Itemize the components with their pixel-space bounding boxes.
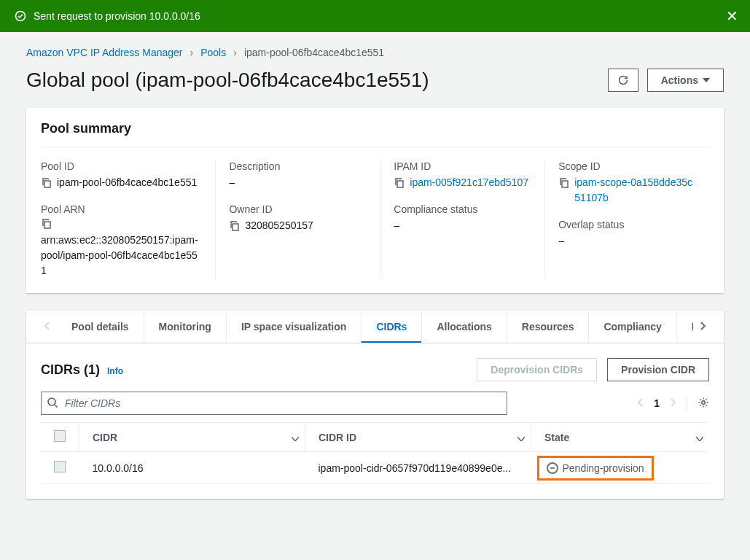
pool-summary-panel: Pool summary Pool ID ipam-pool-06fb4cace…: [26, 108, 724, 293]
svg-rect-1: [44, 181, 50, 187]
copy-icon[interactable]: [558, 177, 570, 189]
cidrs-heading: CIDRs (1): [41, 362, 100, 378]
chevron-left-icon: [44, 321, 51, 331]
page-title: Global pool (ipam-pool-06fb4cace4bc1e551…: [26, 69, 429, 92]
tab-overflow[interactable]: Reso: [676, 311, 693, 343]
cidrs-table: CIDR CIDR ID State 10.0.0.0/16 ipam-pool…: [41, 422, 709, 484]
ipam-id-link[interactable]: ipam-005f921c17ebd5107: [410, 175, 528, 190]
tabs-scroll-right[interactable]: [693, 314, 712, 341]
table-settings-button[interactable]: [687, 397, 709, 411]
owner-id-label: Owner ID: [229, 203, 367, 215]
page-prev: [637, 396, 644, 411]
deprovision-cidrs-button: Deprovision CIDRs: [477, 358, 597, 381]
breadcrumb: Amazon VPC IP Address Manager › Pools › …: [26, 47, 724, 58]
sort-icon[interactable]: [517, 432, 525, 443]
pool-arn-label: Pool ARN: [41, 203, 202, 215]
scope-id-label: Scope ID: [558, 160, 696, 172]
svg-point-7: [702, 400, 705, 403]
copy-icon[interactable]: [41, 218, 52, 230]
svg-rect-4: [397, 181, 403, 187]
chevron-right-icon: [699, 321, 706, 331]
copy-icon[interactable]: [229, 220, 241, 232]
refresh-button[interactable]: [608, 69, 638, 92]
actions-label: Actions: [661, 74, 698, 86]
page-next: [670, 396, 676, 411]
refresh-icon: [617, 74, 629, 86]
owner-id-value: 320805250157: [245, 218, 313, 233]
breadcrumb-current: ipam-pool-06fb4cace4bc1e551: [244, 47, 384, 58]
flash-banner: Sent request to provision 10.0.0.0/16 ✕: [0, 0, 750, 32]
actions-dropdown-button[interactable]: Actions: [647, 69, 724, 92]
overlap-status-value: –: [558, 233, 564, 249]
col-cidr-id: CIDR ID: [319, 432, 356, 443]
caret-down-icon: [703, 78, 710, 82]
pool-summary-heading: Pool summary: [26, 108, 724, 147]
row-state: Pending-provision: [563, 462, 644, 474]
overlap-status-label: Overlap status: [558, 219, 696, 230]
pending-icon: •••: [547, 462, 558, 474]
col-cidr: CIDR: [93, 432, 117, 443]
row-checkbox: [54, 461, 66, 472]
flash-close-icon[interactable]: ✕: [726, 9, 738, 23]
ipam-id-label: IPAM ID: [394, 160, 531, 172]
breadcrumb-root[interactable]: Amazon VPC IP Address Manager: [26, 47, 183, 58]
chevron-right-icon: ›: [233, 47, 237, 58]
tab-compliancy[interactable]: Compliancy: [588, 311, 676, 343]
flash-message: Sent request to provision 10.0.0.0/16: [34, 10, 200, 22]
chevron-right-icon: ›: [190, 47, 194, 58]
pool-arn-value: arn:aws:ec2::320805250157:ipam-pool/ipam…: [41, 234, 198, 276]
svg-rect-5: [562, 181, 568, 187]
filter-cidrs-input[interactable]: [41, 392, 507, 415]
pool-id-value: ipam-pool-06fb4cace4bc1e551: [57, 175, 197, 190]
tab-ip-space-visualization[interactable]: IP space visualization: [226, 311, 361, 343]
gear-icon: [698, 397, 709, 408]
compliance-status-value: –: [394, 218, 399, 233]
copy-icon[interactable]: [41, 177, 52, 189]
svg-rect-2: [44, 222, 50, 228]
scope-id-link[interactable]: ipam-scope-0a158dde35c51107b: [574, 175, 696, 206]
tab-allocations[interactable]: Allocations: [421, 311, 506, 343]
svg-point-6: [48, 398, 55, 405]
tab-resources[interactable]: Resources: [507, 311, 589, 343]
sort-icon[interactable]: [696, 432, 703, 443]
success-icon: [15, 10, 26, 22]
tab-cidrs[interactable]: CIDRs: [361, 311, 421, 343]
copy-icon[interactable]: [394, 177, 405, 189]
tabs-panel: Pool details Monitoring IP space visuali…: [26, 311, 724, 499]
row-cidr: 10.0.0.0/16: [93, 462, 144, 474]
row-cidr-id: ipam-pool-cidr-0657f970d119e40899e0e...: [319, 462, 512, 474]
tab-monitoring[interactable]: Monitoring: [144, 311, 226, 343]
provision-cidr-button[interactable]: Provision CIDR: [607, 358, 709, 381]
select-all-checkbox: [54, 430, 66, 442]
compliance-status-label: Compliance status: [394, 203, 531, 215]
table-row[interactable]: 10.0.0.0/16 ipam-pool-cidr-0657f970d119e…: [41, 452, 709, 484]
page-number: 1: [654, 397, 660, 409]
cidrs-info-link[interactable]: Info: [107, 366, 123, 376]
description-value: –: [229, 175, 235, 190]
state-highlight: ••• Pending-provision: [537, 456, 654, 481]
search-icon: [47, 397, 58, 408]
tab-pool-details[interactable]: Pool details: [57, 311, 144, 343]
sort-icon[interactable]: [292, 432, 299, 443]
pool-id-label: Pool ID: [41, 160, 202, 172]
chevron-right-icon: [670, 397, 676, 408]
col-state: State: [544, 432, 569, 443]
tabs-scroll-left: [38, 314, 57, 341]
breadcrumb-pools[interactable]: Pools: [200, 47, 226, 58]
chevron-left-icon: [637, 397, 644, 408]
svg-rect-3: [233, 224, 238, 230]
description-label: Description: [229, 160, 367, 172]
